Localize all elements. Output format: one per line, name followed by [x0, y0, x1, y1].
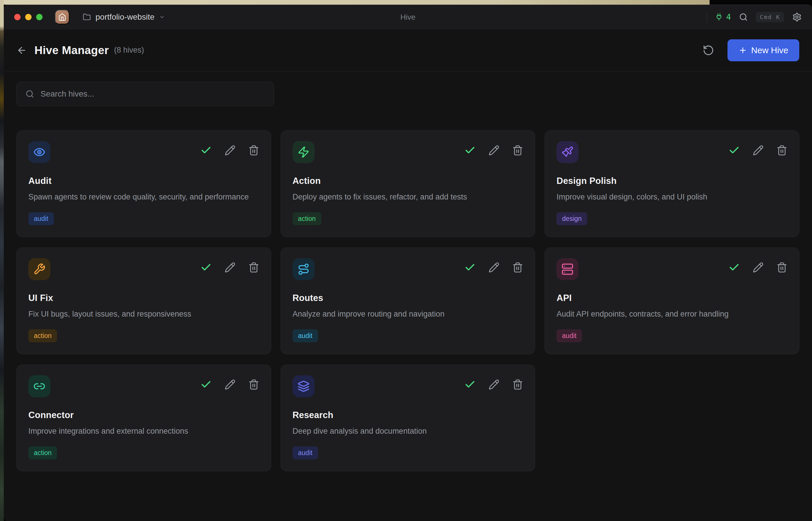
- approve-button[interactable]: [464, 262, 476, 273]
- zoom-button[interactable]: [36, 14, 43, 20]
- desktop-wallpaper-left: [0, 0, 4, 521]
- hive-icon-tile: [556, 141, 578, 163]
- delete-button[interactable]: [248, 379, 259, 390]
- card-actions: [464, 144, 523, 156]
- edit-button[interactable]: [225, 379, 236, 390]
- hive-card[interactable]: Connector Improve integrations and exter…: [17, 365, 271, 471]
- hive-name: Action: [293, 176, 523, 186]
- hive-icon-tile: [28, 258, 50, 280]
- approve-button[interactable]: [200, 262, 212, 273]
- approve-button[interactable]: [464, 379, 476, 390]
- approve-button[interactable]: [728, 262, 740, 273]
- connections-count: 4: [726, 13, 731, 21]
- card-actions: [200, 144, 259, 156]
- search-box: [17, 82, 274, 106]
- gear-icon: [792, 13, 802, 22]
- hive-card[interactable]: Action Deploy agents to fix issues, refa…: [281, 130, 535, 237]
- hive-icon-tile: [293, 258, 315, 280]
- hive-tag: action: [28, 447, 57, 459]
- card-actions: [200, 379, 259, 390]
- card-top: [28, 258, 259, 280]
- hive-description: Deep dive analysis and documentation: [293, 425, 523, 437]
- trash-icon: [776, 262, 787, 273]
- minimize-button[interactable]: [25, 14, 31, 20]
- delete-button[interactable]: [776, 145, 787, 156]
- titlebar-right: 4 Cmd K: [707, 12, 802, 22]
- settings-button[interactable]: [792, 13, 802, 22]
- connections-indicator[interactable]: 4: [715, 13, 731, 21]
- hive-icon-tile: [293, 375, 315, 397]
- hive-name: Audit: [28, 176, 259, 186]
- edit-button[interactable]: [489, 145, 499, 156]
- pencil-icon: [225, 262, 236, 273]
- page-header: Hive Manager (8 hives) New Hive: [4, 29, 812, 71]
- approve-button[interactable]: [464, 144, 476, 156]
- app-window: portfolio-website Hive 4 Cmd K: [4, 5, 812, 521]
- edit-button[interactable]: [225, 145, 236, 156]
- delete-button[interactable]: [512, 379, 523, 390]
- edit-button[interactable]: [489, 379, 499, 390]
- approve-button[interactable]: [200, 144, 212, 156]
- home-button[interactable]: [55, 10, 69, 24]
- edit-button[interactable]: [753, 145, 764, 156]
- delete-button[interactable]: [776, 262, 787, 273]
- plus-icon: [739, 46, 747, 55]
- header-actions: New Hive: [703, 39, 799, 61]
- approve-button[interactable]: [728, 144, 740, 156]
- hive-card[interactable]: API Audit API endpoints, contracts, and …: [544, 248, 799, 354]
- edit-button[interactable]: [753, 262, 764, 273]
- back-button[interactable]: [17, 45, 27, 55]
- delete-button[interactable]: [512, 145, 523, 156]
- page-title: Hive Manager: [35, 44, 109, 57]
- hive-icon-tile: [28, 141, 50, 163]
- pencil-icon: [489, 379, 499, 390]
- hive-card[interactable]: Research Deep dive analysis and document…: [281, 365, 535, 471]
- edit-button[interactable]: [489, 262, 499, 273]
- layers-icon: [298, 380, 309, 392]
- hive-card[interactable]: UI Fix Fix UI bugs, layout issues, and r…: [17, 248, 271, 354]
- hive-description: Fix UI bugs, layout issues, and responsi…: [28, 308, 259, 320]
- hive-description: Analyze and improve routing and navigati…: [293, 308, 523, 320]
- approve-button[interactable]: [200, 379, 212, 390]
- search-input[interactable]: [41, 89, 265, 98]
- eye-icon: [33, 146, 45, 158]
- hive-name: Research: [293, 410, 523, 421]
- hive-grid: Audit Spawn agents to review code qualit…: [4, 106, 812, 471]
- pencil-icon: [753, 145, 764, 156]
- brush-icon: [561, 146, 574, 158]
- card-actions: [728, 144, 787, 156]
- hive-name: Design Polish: [556, 176, 787, 186]
- hive-name: API: [556, 293, 787, 303]
- delete-button[interactable]: [248, 262, 259, 273]
- trash-icon: [248, 379, 259, 390]
- card-top: [293, 375, 523, 397]
- wrench-icon: [33, 263, 45, 275]
- check-icon: [200, 262, 212, 273]
- check-icon: [464, 379, 476, 390]
- project-switcher[interactable]: portfolio-website: [83, 13, 165, 22]
- close-button[interactable]: [14, 14, 21, 20]
- delete-button[interactable]: [512, 262, 523, 273]
- check-icon: [728, 262, 740, 273]
- pencil-icon: [225, 145, 236, 156]
- card-actions: [728, 262, 787, 273]
- new-hive-button[interactable]: New Hive: [727, 39, 799, 61]
- card-top: [556, 258, 787, 280]
- hive-card[interactable]: Routes Analyze and improve routing and n…: [281, 248, 535, 354]
- zap-icon: [298, 146, 309, 158]
- window-title: Hive: [400, 13, 415, 21]
- project-name: portfolio-website: [95, 13, 154, 22]
- hive-tag: audit: [556, 329, 582, 342]
- refresh-button[interactable]: [703, 45, 714, 56]
- hive-tag: action: [28, 329, 57, 342]
- card-top: [556, 141, 787, 163]
- trash-icon: [512, 145, 523, 156]
- edit-button[interactable]: [225, 262, 236, 273]
- hive-card[interactable]: Design Polish Improve visual design, col…: [544, 130, 799, 237]
- check-icon: [464, 144, 476, 156]
- hive-icon-tile: [556, 258, 578, 280]
- hive-icon-tile: [28, 375, 50, 397]
- titlebar-search-button[interactable]: [739, 13, 748, 21]
- delete-button[interactable]: [248, 145, 259, 156]
- hive-card[interactable]: Audit Spawn agents to review code qualit…: [17, 130, 271, 237]
